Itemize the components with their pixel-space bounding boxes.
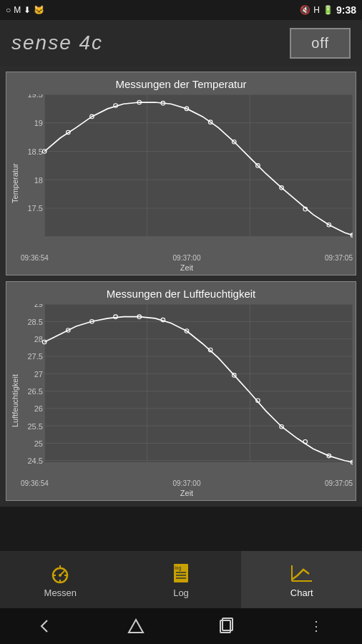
mute-icon: 🔇 <box>300 5 310 15</box>
svg-text:26.5: 26.5 <box>27 387 42 396</box>
app-title: sense 4c <box>11 31 103 54</box>
svg-rect-30 <box>44 304 353 462</box>
download-icon: ⬇ <box>24 5 31 15</box>
temp-chart-wrapper: Temperatur <box>9 94 353 272</box>
messen-icon <box>47 562 73 585</box>
humidity-x-tick-2: 09:37:00 <box>173 479 201 487</box>
humidity-x-tick-3: 09:37:05 <box>325 479 353 487</box>
home-button[interactable] <box>122 612 150 640</box>
svg-text:18: 18 <box>34 176 43 185</box>
humidity-x-label: Zeit <box>21 489 353 497</box>
nav-label-log: Log <box>173 587 189 598</box>
battery-icon: 🔋 <box>323 5 333 15</box>
svg-text:24.5: 24.5 <box>27 457 42 465</box>
overflow-button[interactable]: ⋮ <box>303 612 331 640</box>
humidity-chart-title: Messungen der Luftfeuchtigkeit <box>9 288 353 300</box>
svg-text:26: 26 <box>34 404 43 413</box>
svg-text:19.5: 19.5 <box>27 94 42 99</box>
off-button[interactable]: off <box>290 28 351 59</box>
svg-text:17.5: 17.5 <box>27 204 42 213</box>
chart-icon <box>289 562 315 585</box>
svg-text:27.5: 27.5 <box>27 352 42 361</box>
svg-text:28: 28 <box>34 335 43 343</box>
circle-icon: ○ <box>6 5 11 15</box>
svg-text:19: 19 <box>34 119 43 127</box>
temp-x-tick-1: 09:36:54 <box>21 254 49 262</box>
nav-item-messen[interactable]: Messen <box>0 551 121 608</box>
svg-text:25: 25 <box>34 439 43 448</box>
temp-chart-area: 19.5 19 18.5 18 17.5 <box>21 94 353 272</box>
humidity-chart-area: 29 28.5 28 27.5 27 26.5 26 25.5 25 24.5 <box>21 304 353 497</box>
system-nav-bar: ⋮ <box>0 608 362 644</box>
svg-point-75 <box>59 574 62 577</box>
humidity-x-ticks: 09:36:54 09:37:00 09:37:05 <box>21 478 353 487</box>
status-bar: ○ M ⬇ 🐱 🔇 H 🔋 9:38 <box>0 0 362 20</box>
humidity-chart-container: Messungen der Luftfeuchtigkeit Luftfeuch… <box>6 281 356 501</box>
log-icon: log <box>168 562 194 585</box>
temp-svg: 19.5 19 18.5 18 17.5 <box>21 94 353 253</box>
header: sense 4c off <box>0 20 362 66</box>
nav-item-log[interactable]: log Log <box>121 551 242 608</box>
humidity-svg: 29 28.5 28 27.5 27 26.5 26 25.5 25 24.5 <box>21 304 353 478</box>
humidity-chart-wrapper: Luftfeuchtigkeit <box>9 304 353 497</box>
nav-label-chart: Chart <box>290 587 313 598</box>
temp-y-label: Temperatur <box>9 94 21 272</box>
humidity-x-tick-1: 09:36:54 <box>21 479 49 487</box>
temp-x-tick-3: 09:37:05 <box>325 254 353 262</box>
svg-text:28.5: 28.5 <box>27 318 42 326</box>
humidity-y-label: Luftfeuchtigkeit <box>9 304 21 497</box>
status-time: 9:38 <box>336 4 356 16</box>
nav-item-chart[interactable]: Chart <box>241 551 362 608</box>
cat-icon: 🐱 <box>34 5 44 15</box>
signal-icon: H <box>313 5 320 15</box>
gmail-icon: M <box>14 5 21 15</box>
nav-label-messen: Messen <box>44 587 77 598</box>
svg-text:27: 27 <box>34 370 43 379</box>
temp-x-ticks: 09:36:54 09:37:00 09:37:05 <box>21 253 353 262</box>
temp-chart-title: Messungen der Temperatur <box>9 78 353 90</box>
svg-marker-83 <box>129 620 143 633</box>
svg-rect-0 <box>44 94 353 237</box>
status-left-icons: ○ M ⬇ 🐱 <box>6 5 44 15</box>
svg-text:29: 29 <box>34 304 43 308</box>
temp-x-label: Zeit <box>21 263 353 272</box>
svg-text:18.5: 18.5 <box>27 147 42 156</box>
status-right-icons: 🔇 H 🔋 9:38 <box>300 4 356 16</box>
temperature-chart-container: Messungen der Temperatur Temperatur <box>6 72 356 275</box>
main-content: Messungen der Temperatur Temperatur <box>0 66 362 507</box>
recents-button[interactable] <box>212 612 240 640</box>
svg-text:25.5: 25.5 <box>27 421 42 430</box>
back-button[interactable] <box>31 612 59 640</box>
svg-text:log: log <box>175 565 181 571</box>
bottom-nav: Messen log Log Chart <box>0 551 362 608</box>
temp-x-tick-2: 09:37:00 <box>173 254 201 262</box>
